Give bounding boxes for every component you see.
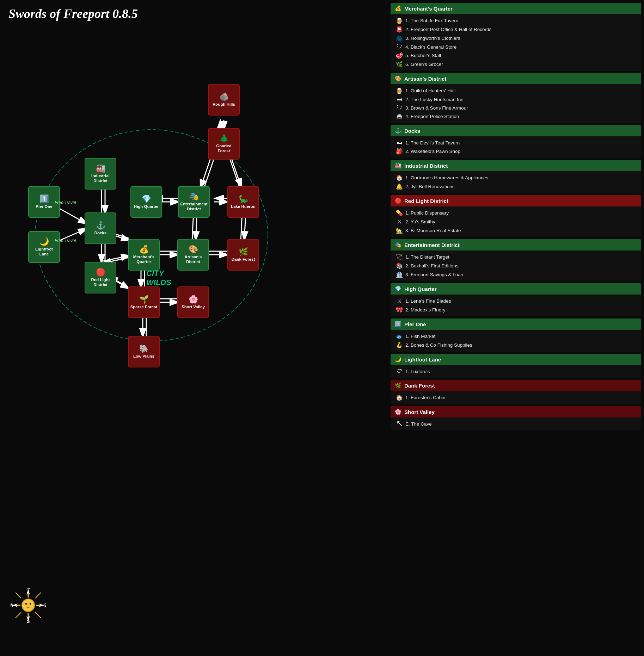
district-items-5: 🏹1. The Distant Target📚2. Boxhall's Firs… [391, 250, 641, 281]
item-text-0-3: 4. Black's General Store [405, 44, 456, 50]
district-item-3-0[interactable]: 🏠1. Gortrund's Homewares & Appliances [395, 173, 636, 182]
district-item-1-3[interactable]: 🚔4. Freeport Police Station [395, 112, 636, 121]
item-icon-0-0: 🍺 [395, 17, 403, 24]
district-card-8: 🌙Lightfoot Lane🛡1. Luxford's [391, 354, 641, 378]
item-text-2-1: 2. Wakefield's Pawn Shop [405, 149, 460, 154]
district-item-2-1[interactable]: 🎒2. Wakefield's Pawn Shop [395, 147, 636, 156]
district-item-4-2[interactable]: 🏡3. B. Morrison Real Estate [395, 226, 636, 235]
district-header-name-5: Entertainment District [404, 242, 460, 248]
district-item-5-2[interactable]: 🏦3. Freeport Savings & Loan [395, 270, 636, 279]
district-header-3[interactable]: 🏭Industrial District [391, 160, 641, 171]
district-item-1-2[interactable]: 🛡3. Brown & Sons Fine Armour [395, 104, 636, 112]
short-valley-icon: 🌸 [189, 295, 198, 304]
node-sparse-forest[interactable]: 🌱 Sparse Forest [128, 286, 160, 318]
short-valley-label: Short Valley [182, 305, 205, 310]
district-item-3-1[interactable]: 🔔2. Jyll Bell Renovations [395, 182, 636, 191]
node-merchants-quarter[interactable]: 💰 Merchant'sQuarter [128, 239, 160, 271]
gnarled-forest-icon: 🌲 [219, 134, 229, 143]
district-item-9-0[interactable]: 🏠1. Forester's Cabin [395, 393, 636, 402]
item-icon-3-1: 🔔 [395, 183, 403, 190]
low-plains-icon: 🐘 [139, 344, 149, 353]
free-travel-label-2: Free Travel [55, 238, 76, 243]
item-icon-5-2: 🏦 [395, 271, 403, 278]
district-card-4: 🔴Red Light District💊1. Public Dispensary… [391, 195, 641, 237]
node-dank-forest[interactable]: 🌿 Dank Forest [227, 239, 259, 271]
item-text-6-0: 1. Lena's Fine Blades [405, 298, 451, 304]
sparse-forest-icon: 🌱 [139, 295, 149, 304]
node-high-quarter[interactable]: 💎 High Quarter [130, 186, 162, 218]
district-card-5: 🎭Entertainment District🏹1. The Distant T… [391, 239, 641, 281]
district-items-10: ⛏E. The Cave [391, 417, 641, 430]
district-header-9[interactable]: 🌿Dank Forest [391, 380, 641, 391]
node-low-plains[interactable]: 🐘 Low Plains [128, 336, 160, 367]
district-item-6-0[interactable]: ⚔1. Lena's Fine Blades [395, 297, 636, 305]
item-icon-1-0: 🍺 [395, 87, 403, 94]
gnarled-forest-label: GnarledForest [216, 144, 231, 154]
item-icon-0-1: 📮 [395, 26, 403, 33]
item-text-1-3: 4. Freeport Police Station [405, 114, 459, 119]
node-industrial-district[interactable]: 🏭 IndustrialDistrict [85, 158, 116, 190]
red-light-label: Red LightDistrict [91, 278, 110, 287]
node-lake-hueron[interactable]: 🦕 Lake Hueron [227, 186, 259, 218]
district-header-7[interactable]: 1️⃣Pier One [391, 318, 641, 330]
district-header-icon-2: ⚓ [395, 128, 401, 134]
district-header-icon-0: 💰 [395, 5, 401, 12]
district-item-4-1[interactable]: ⚔2. Yu's Smithy [395, 217, 636, 226]
district-item-0-1[interactable]: 📮2. Freeport Post Office & Hall of Recor… [395, 25, 636, 34]
item-text-1-1: 2. The Lucky Huntsman Inn [405, 97, 464, 102]
district-item-0-2[interactable]: 🧥3. Hollingworth's Clothiers [395, 34, 636, 43]
dank-forest-icon: 🌿 [239, 247, 248, 256]
district-item-5-1[interactable]: 📚2. Boxhall's First Editions [395, 261, 636, 270]
district-item-0-5[interactable]: 🌿6. Green's Grocer [395, 60, 636, 69]
district-item-7-0[interactable]: 🐟1. Fish Market [395, 332, 636, 341]
district-header-name-1: Artisan's District [404, 76, 446, 82]
item-text-2-0: 1. The Devil's Teat Tavern [405, 140, 460, 146]
node-red-light-district[interactable]: 🔴 Red LightDistrict [85, 262, 116, 293]
district-item-8-0[interactable]: 🛡1. Luxford's [395, 367, 636, 376]
item-icon-3-0: 🏠 [395, 174, 403, 181]
item-icon-1-1: 🛏 [395, 96, 403, 103]
node-lightfoot-lane[interactable]: 🌙 LightfootLane [28, 231, 60, 263]
district-card-1: 🎨Artisan's District🍺1. Guild of Hunters'… [391, 73, 641, 123]
district-item-10-0[interactable]: ⛏E. The Cave [395, 420, 636, 428]
district-item-0-4[interactable]: 🥩5. Butcher's Stall [395, 51, 636, 60]
district-header-10[interactable]: 🌸Short Valley [391, 406, 641, 417]
district-item-5-0[interactable]: 🏹1. The Distant Target [395, 253, 636, 261]
district-header-name-3: Industrial District [404, 163, 448, 169]
item-text-1-2: 3. Brown & Sons Fine Armour [405, 105, 468, 111]
district-header-1[interactable]: 🎨Artisan's District [391, 73, 641, 84]
node-gnarled-forest[interactable]: 🌲 GnarledForest [208, 128, 240, 160]
node-rough-hills[interactable]: 🪨 Rough Hills [208, 84, 240, 116]
item-text-4-0: 1. Public Dispensary [405, 210, 449, 216]
district-item-1-0[interactable]: 🍺1. Guild of Hunters' Hall [395, 86, 636, 95]
district-header-4[interactable]: 🔴Red Light District [391, 195, 641, 206]
artisans-label: Artisan'sDistrict [185, 255, 202, 265]
item-icon-5-1: 📚 [395, 262, 403, 269]
district-item-2-0[interactable]: 🛏1. The Devil's Teat Tavern [395, 138, 636, 147]
item-icon-4-0: 💊 [395, 210, 403, 216]
district-header-0[interactable]: 💰Merchant's Quarter [391, 3, 641, 14]
node-short-valley[interactable]: 🌸 Short Valley [177, 286, 209, 318]
district-header-6[interactable]: 💎High Quarter [391, 283, 641, 295]
map-canvas: 🪨 Rough Hills 🌲 GnarledForest 🏭 Industri… [0, 27, 388, 644]
district-item-6-1[interactable]: 🎀2. Maddox's Finery [395, 305, 636, 314]
item-text-0-2: 3. Hollingworth's Clothiers [405, 36, 460, 41]
node-artisans-district[interactable]: 🎨 Artisan'sDistrict [177, 239, 209, 271]
node-entertainment-district[interactable]: 🎭 EntertainmentDistrict [178, 186, 210, 218]
district-items-3: 🏠1. Gortrund's Homewares & Appliances🔔2.… [391, 171, 641, 193]
district-card-7: 1️⃣Pier One🐟1. Fish Market🪝2. Bones & Co… [391, 318, 641, 352]
district-item-0-3[interactable]: 🛡4. Black's General Store [395, 43, 636, 51]
node-docks[interactable]: ⚓ Docks [85, 212, 116, 244]
district-header-5[interactable]: 🎭Entertainment District [391, 239, 641, 250]
sidebar: 💰Merchant's Quarter🍺1. The Subtle Fox Ta… [388, 0, 644, 656]
district-item-0-0[interactable]: 🍺1. The Subtle Fox Tavern [395, 16, 636, 25]
district-item-4-0[interactable]: 💊1. Public Dispensary [395, 209, 636, 217]
item-text-3-1: 2. Jyll Bell Renovations [405, 184, 455, 189]
district-item-7-1[interactable]: 🪝2. Bones & Co Fishing Supplies [395, 341, 636, 349]
district-header-icon-7: 1️⃣ [395, 321, 401, 327]
low-plains-label: Low Plains [133, 354, 154, 359]
district-header-2[interactable]: ⚓Docks [391, 125, 641, 136]
item-text-0-4: 5. Butcher's Stall [405, 53, 441, 58]
district-header-8[interactable]: 🌙Lightfoot Lane [391, 354, 641, 365]
district-item-1-1[interactable]: 🛏2. The Lucky Huntsman Inn [395, 95, 636, 104]
